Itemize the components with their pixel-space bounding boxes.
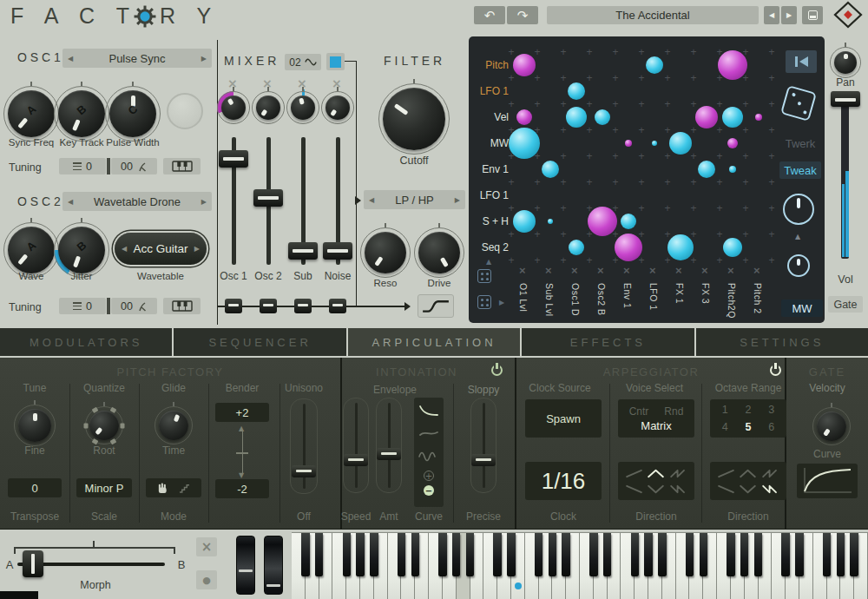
next-arrow-icon[interactable]: ▶ bbox=[455, 196, 460, 204]
osc2-keytrack-button[interactable] bbox=[163, 298, 201, 314]
matrix-up-icon[interactable]: ▲ bbox=[486, 258, 491, 266]
tab-settings[interactable]: SETTINGS bbox=[696, 328, 868, 356]
matrix-ball[interactable] bbox=[509, 128, 540, 159]
unisono-fader-handle[interactable] bbox=[292, 465, 316, 477]
matrix-ball[interactable] bbox=[516, 109, 532, 125]
wave-knob[interactable]: A bbox=[8, 227, 55, 273]
black-key[interactable] bbox=[686, 533, 694, 576]
matrix-ball[interactable] bbox=[625, 140, 632, 147]
mixer-mod-knob[interactable] bbox=[291, 95, 315, 120]
matrix-col-clear[interactable]: × bbox=[675, 264, 682, 277]
direction-icon-2[interactable] bbox=[760, 465, 781, 481]
matrix-ball[interactable] bbox=[569, 240, 584, 255]
octave-2[interactable]: 2 bbox=[746, 404, 752, 416]
matrix-ball[interactable] bbox=[722, 107, 743, 128]
osc1-mode-select[interactable]: ◀ Pulse Sync ▶ bbox=[62, 49, 212, 68]
black-key[interactable] bbox=[781, 533, 789, 576]
glide-time-knob[interactable] bbox=[159, 411, 188, 440]
saturation-curve-button[interactable] bbox=[418, 294, 454, 318]
black-key[interactable] bbox=[411, 533, 419, 576]
prev-arrow-icon[interactable]: ◀ bbox=[122, 245, 127, 253]
matrix-ball[interactable] bbox=[729, 166, 736, 173]
octave-1[interactable]: 1 bbox=[722, 404, 728, 416]
direction-icon-4[interactable] bbox=[645, 481, 667, 497]
scale-field[interactable]: Minor P bbox=[76, 478, 132, 497]
mixer-pan-handle[interactable] bbox=[260, 299, 277, 313]
clock-field[interactable]: 1/16 bbox=[525, 462, 602, 500]
drive-knob[interactable] bbox=[418, 232, 460, 273]
matrix-col-clear[interactable]: × bbox=[701, 264, 708, 277]
tab-effects[interactable]: EFFECTS bbox=[522, 328, 694, 356]
tab-modulators[interactable]: MODULATORS bbox=[0, 328, 172, 356]
black-key[interactable] bbox=[631, 533, 639, 576]
osc2-cents-field[interactable]: 00 bbox=[111, 298, 157, 314]
voice-select-field[interactable]: Cntr Rnd Matrix bbox=[618, 399, 694, 438]
jitter-knob[interactable]: B bbox=[58, 227, 105, 273]
amt-fader-track[interactable] bbox=[388, 403, 391, 488]
redo-button[interactable]: ↷ bbox=[507, 6, 538, 24]
matrix-ball[interactable] bbox=[566, 107, 587, 128]
black-key[interactable] bbox=[754, 533, 762, 576]
black-key[interactable] bbox=[603, 533, 611, 576]
matrix-ball[interactable] bbox=[652, 141, 657, 146]
black-key[interactable] bbox=[370, 533, 378, 576]
matrix-ball[interactable] bbox=[621, 214, 636, 229]
black-key[interactable] bbox=[589, 533, 597, 576]
black-key[interactable] bbox=[740, 533, 748, 576]
filter-mode-select[interactable]: ◀ LP / HP ▶ bbox=[364, 190, 465, 209]
key-track-knob[interactable]: B bbox=[58, 90, 105, 137]
mixer-pan-handle[interactable] bbox=[294, 299, 312, 313]
pan-knob[interactable] bbox=[834, 51, 857, 74]
black-key[interactable] bbox=[562, 533, 569, 576]
black-key[interactable] bbox=[507, 533, 515, 576]
bend-down-field[interactable]: -2 bbox=[215, 479, 269, 498]
matrix-ball[interactable] bbox=[513, 210, 536, 233]
matrix-ball[interactable] bbox=[513, 54, 536, 76]
undo-button[interactable]: ↶ bbox=[474, 6, 505, 24]
curve-wavy-icon[interactable] bbox=[418, 450, 439, 462]
steps-icon[interactable] bbox=[178, 484, 191, 493]
direction-icon-0[interactable] bbox=[623, 465, 645, 481]
twerk-button[interactable]: Twerk bbox=[778, 137, 823, 150]
black-key[interactable] bbox=[837, 533, 845, 576]
prev-preset-button[interactable]: ◀ bbox=[764, 6, 779, 24]
octave-4[interactable]: 4 bbox=[722, 421, 728, 433]
pitch-wheel[interactable] bbox=[236, 536, 255, 595]
osc2-semitone-field[interactable]: 0 bbox=[59, 298, 106, 314]
dice-icon-2[interactable] bbox=[477, 295, 491, 309]
black-key[interactable] bbox=[727, 533, 734, 576]
voice-rnd-option[interactable]: Rnd bbox=[664, 405, 683, 418]
matrix-play-icon[interactable]: ▶ bbox=[499, 299, 504, 306]
direction-icon-1[interactable] bbox=[645, 465, 667, 481]
matrix-col-clear[interactable]: × bbox=[571, 264, 578, 277]
tweak-button[interactable]: Tweak bbox=[779, 161, 821, 179]
matrix-ball[interactable] bbox=[542, 161, 559, 178]
fine-tune-knob[interactable] bbox=[18, 409, 51, 442]
matrix-col-clear[interactable]: × bbox=[649, 264, 656, 277]
curve-soft-icon[interactable] bbox=[418, 427, 439, 439]
curve-select-box[interactable]: + − bbox=[414, 398, 444, 507]
hand-icon[interactable] bbox=[156, 483, 169, 494]
speed-fader-handle[interactable] bbox=[344, 454, 368, 466]
volume-fader-handle[interactable] bbox=[831, 91, 860, 107]
black-key[interactable] bbox=[535, 533, 542, 576]
matrix-col-clear[interactable]: × bbox=[519, 264, 526, 277]
matrix-ball[interactable] bbox=[698, 161, 715, 178]
matrix-amount-knob[interactable] bbox=[783, 194, 814, 225]
black-key[interactable] bbox=[658, 533, 666, 576]
black-key[interactable] bbox=[356, 533, 364, 576]
mixer-fader-handle[interactable] bbox=[323, 242, 352, 260]
black-key[interactable] bbox=[343, 533, 351, 576]
direction-icon-2[interactable] bbox=[667, 465, 689, 481]
matrix-ball[interactable] bbox=[695, 106, 718, 128]
matrix-ball[interactable] bbox=[646, 56, 663, 74]
gate-button[interactable]: Gate bbox=[828, 296, 863, 313]
reso-knob[interactable] bbox=[365, 232, 406, 273]
direction-icon-3[interactable] bbox=[623, 481, 645, 497]
matrix-ball[interactable] bbox=[727, 138, 738, 148]
mixer-fader-handle[interactable] bbox=[253, 189, 283, 207]
matrix-ball[interactable] bbox=[723, 238, 742, 257]
morph-clear-button[interactable]: × bbox=[196, 537, 217, 556]
osc1-mod-button[interactable] bbox=[167, 93, 203, 129]
mixer-mod-knob[interactable] bbox=[326, 95, 350, 120]
